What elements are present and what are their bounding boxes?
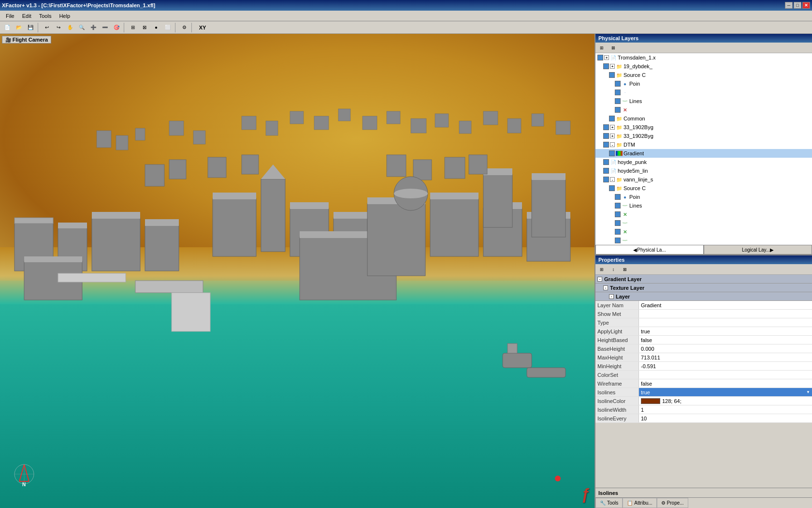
save-button[interactable]: 💾 — [25, 23, 36, 32]
tree-checkbox-18[interactable] — [615, 211, 621, 217]
toolbar-btn-5[interactable]: ➕ — [88, 23, 99, 32]
tree-checkbox-7[interactable] — [609, 116, 615, 121]
tree-item-2[interactable]: 📁 Source C — [595, 71, 812, 79]
prop-toolbar-btn1[interactable]: ⊞ — [596, 265, 607, 274]
tree-checkbox-21[interactable] — [615, 238, 621, 243]
layers-tree[interactable]: + 📄 Tromsdalen_1.x + 📁 19_dybdek_ 📁 Sour… — [595, 53, 812, 245]
tree-checkbox-17[interactable] — [615, 203, 621, 209]
tree-checkbox-9[interactable] — [603, 133, 609, 139]
menu-edit[interactable]: Edit — [18, 12, 35, 20]
maximize-button[interactable]: □ — [794, 2, 801, 9]
tree-item-7[interactable]: 📁 Common — [595, 114, 812, 123]
prop-value-0[interactable]: Gradient — [639, 301, 812, 309]
tree-item-13[interactable]: 📄 hoyde5m_lin — [595, 166, 812, 175]
tree-item-gradient[interactable]: Gradient — [595, 149, 812, 158]
tree-item-16[interactable]: ● Poin — [595, 193, 812, 201]
toolbar-btn-10[interactable]: ● — [151, 23, 161, 32]
prop-value-5[interactable]: 0.000 — [639, 344, 812, 353]
menu-tools[interactable]: Tools — [35, 12, 56, 20]
tree-checkbox-5[interactable] — [615, 98, 621, 104]
open-button[interactable]: 📂 — [14, 23, 24, 32]
new-button[interactable]: 📄 — [2, 23, 13, 32]
prop-value-6[interactable]: 713.011 — [639, 353, 812, 361]
tree-checkbox-1[interactable] — [603, 63, 609, 69]
viewport[interactable]: 🎥 Flight Camera N ƒ — [0, 34, 594, 508]
tree-item-20[interactable]: ✕ — [595, 227, 812, 236]
tree-item-21[interactable]: 〰 — [595, 236, 812, 245]
tree-checkbox-6[interactable] — [615, 107, 621, 113]
prop-value-3[interactable]: true — [639, 327, 812, 335]
prop-dropdown-arrow[interactable]: ▼ — [806, 390, 810, 394]
toolbar-btn-2[interactable]: ↪ — [53, 23, 64, 32]
tree-item-1[interactable]: + 📁 19_dybdek_ — [595, 62, 812, 71]
tree-checkbox-15[interactable] — [609, 185, 615, 191]
tree-item-19[interactable]: 〰 — [595, 219, 812, 227]
prop-value-11[interactable]: 128; 64; — [639, 397, 812, 405]
tree-item-8[interactable]: + 📁 33_1902Byg — [595, 123, 812, 132]
tree-checkbox-4[interactable] — [615, 90, 621, 95]
toolbar-btn-9[interactable]: ⊠ — [139, 23, 150, 32]
tree-expand-10[interactable]: - — [610, 142, 615, 147]
prop-toolbar-btn2[interactable]: ↕ — [608, 265, 619, 274]
tree-item-12[interactable]: 📄 hoyde_punk — [595, 158, 812, 166]
minimize-button[interactable]: ─ — [785, 2, 793, 9]
tree-item-6[interactable]: ✕ — [595, 105, 812, 114]
tree-item-3[interactable]: ● Poin — [595, 79, 812, 88]
tree-item-10[interactable]: - 📁 DTM — [595, 140, 812, 149]
prop-toolbar-btn3[interactable]: ⊠ — [620, 265, 630, 274]
prop-value-10[interactable]: true ▼ — [639, 388, 812, 396]
texture-expand[interactable]: - — [603, 285, 608, 290]
tree-item-18[interactable]: ✕ — [595, 210, 812, 219]
tab-properties[interactable]: ⚙ Prope... — [657, 498, 688, 508]
tab-physical-layers[interactable]: ◀ Physical La... — [595, 245, 704, 254]
toolbar-btn-4[interactable]: 🔍 — [76, 23, 87, 32]
tree-checkbox-8[interactable] — [603, 124, 609, 130]
tab-tools[interactable]: 🔧 Tools — [595, 498, 623, 508]
tree-item-0[interactable]: + 📄 Tromsdalen_1.x — [595, 53, 812, 62]
prop-value-12[interactable]: 1 — [639, 405, 812, 414]
prop-value-8[interactable] — [639, 371, 812, 379]
tree-checkbox-12[interactable] — [603, 159, 609, 165]
close-button[interactable]: ✕ — [802, 2, 810, 9]
layers-toolbar-btn2[interactable]: ⊠ — [608, 43, 619, 53]
toolbar-btn-3[interactable]: ✋ — [65, 23, 75, 32]
tree-checkbox-19[interactable] — [615, 220, 621, 226]
tree-checkbox-2[interactable] — [609, 72, 615, 78]
tree-checkbox-3[interactable] — [615, 81, 621, 87]
tree-item-5[interactable]: 〰 Lines — [595, 97, 812, 105]
color-swatch-11[interactable] — [641, 398, 660, 404]
tree-item-15[interactable]: 📁 Source C — [595, 184, 812, 193]
toolbar-btn-6[interactable]: ➖ — [100, 23, 110, 32]
tree-item-14[interactable]: - 📁 vann_linje_s — [595, 175, 812, 184]
tree-expand-0[interactable]: + — [604, 55, 609, 60]
tree-checkbox-0[interactable] — [597, 55, 603, 60]
tree-expand-1[interactable]: + — [610, 64, 615, 69]
gradient-expand[interactable]: - — [597, 277, 602, 282]
tab-attribs[interactable]: 📋 Attribu... — [623, 498, 656, 508]
tree-checkbox-10[interactable] — [603, 142, 609, 148]
toolbar-btn-8[interactable]: ⊞ — [128, 23, 138, 32]
toolbar-btn-12[interactable]: ⚙ — [179, 23, 189, 32]
layers-toolbar-btn1[interactable]: ⊞ — [596, 43, 607, 53]
menu-help[interactable]: Help — [55, 12, 74, 20]
tree-checkbox-16[interactable] — [615, 194, 621, 200]
tree-expand-14[interactable]: - — [610, 177, 615, 182]
layer-expand[interactable]: - — [609, 294, 614, 299]
tab-logical-layers[interactable]: Logical Lay... ▶ — [704, 245, 812, 254]
toolbar-btn-1[interactable]: ↩ — [42, 23, 52, 32]
prop-value-7[interactable]: -0.591 — [639, 362, 812, 370]
tree-checkbox-20[interactable] — [615, 229, 621, 235]
tree-checkbox-13[interactable] — [603, 168, 609, 174]
tree-item-17[interactable]: 〰 Lines — [595, 201, 812, 210]
tree-expand-9[interactable]: + — [610, 134, 615, 138]
menu-file[interactable]: File — [2, 12, 18, 20]
prop-value-4[interactable]: false — [639, 336, 812, 344]
prop-value-1[interactable] — [639, 310, 812, 318]
xy-button[interactable]: XY — [195, 23, 210, 32]
prop-value-2[interactable] — [639, 318, 812, 327]
prop-value-9[interactable]: false — [639, 379, 812, 388]
tree-item-9[interactable]: + 📁 33_1902Byg — [595, 132, 812, 140]
toolbar-btn-7[interactable]: 🎯 — [111, 23, 122, 32]
prop-value-13[interactable]: 10 — [639, 414, 812, 422]
toolbar-btn-11[interactable]: ⬜ — [162, 23, 173, 32]
